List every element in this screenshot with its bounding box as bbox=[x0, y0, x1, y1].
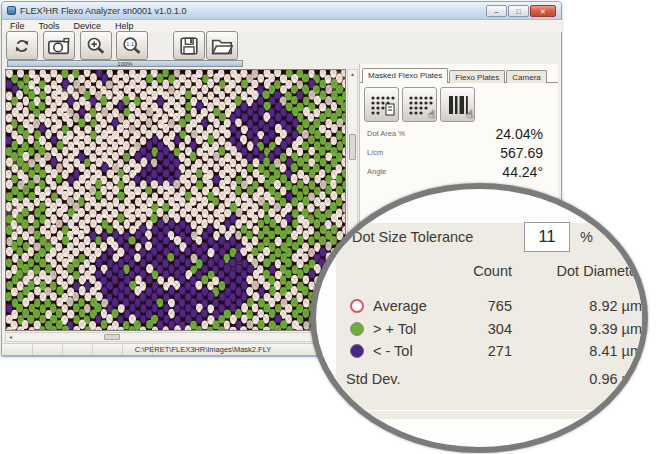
zoom-in-button[interactable] bbox=[80, 31, 112, 60]
measurement-row-lcm: L/cm 567.69 bbox=[360, 143, 558, 162]
below-tolerance-dot-icon bbox=[350, 344, 364, 358]
above-tolerance-label: > + Tol bbox=[373, 321, 416, 337]
minimize-icon: – bbox=[495, 8, 499, 15]
below-tolerance-count: 271 bbox=[452, 343, 512, 359]
dot-grid-pick-button[interactable]: ☝ bbox=[402, 87, 437, 122]
diameter-column-header: Dot Diameter bbox=[532, 263, 642, 279]
callout-divider bbox=[364, 410, 640, 411]
angle-label: Angle bbox=[367, 167, 386, 176]
scroll-up-icon[interactable]: ▲ bbox=[348, 70, 357, 78]
magnifier-callout: Dot Size Tolerance % Count Dot Diameter … bbox=[310, 183, 648, 453]
tolerance-input[interactable] bbox=[524, 222, 570, 252]
open-button[interactable] bbox=[206, 31, 238, 60]
measurement-row-dot-area: Dot Area % 24.04% bbox=[360, 124, 558, 143]
tab-camera[interactable]: Camera bbox=[506, 70, 546, 83]
dot-area-value: 24.04% bbox=[496, 126, 543, 142]
progress-label: 100% bbox=[8, 61, 242, 66]
horizontal-scrollbar[interactable]: ◄ ► bbox=[5, 332, 358, 342]
average-dot-icon bbox=[350, 299, 364, 313]
camera-button[interactable] bbox=[43, 31, 75, 60]
caption-buttons: – □ ✕ bbox=[486, 5, 556, 17]
refresh-button[interactable] bbox=[6, 31, 38, 60]
save-icon bbox=[178, 35, 200, 57]
lcm-label: L/cm bbox=[367, 148, 383, 157]
measurement-list: Dot Area % 24.04% L/cm 567.69 Angle 44.2… bbox=[360, 124, 558, 181]
dot-area-label: Dot Area % bbox=[367, 129, 405, 138]
tolerance-unit: % bbox=[580, 229, 593, 245]
save-button[interactable] bbox=[173, 31, 205, 60]
window-title: FLEX³HR Flexo Analyzer sn0001 v1.0.1.0 bbox=[20, 6, 187, 16]
one-to-one-icon: 1:1 bbox=[121, 35, 143, 57]
above-tolerance-diameter: 9.39 µm bbox=[532, 321, 642, 337]
below-tolerance-label: < - Tol bbox=[373, 343, 413, 359]
svg-text:1:1: 1:1 bbox=[126, 41, 134, 47]
screenshot-stage: FLEX³HR Flexo Analyzer sn0001 v1.0.1.0 –… bbox=[0, 0, 664, 454]
dot-grid-report-icon bbox=[369, 93, 395, 117]
tab-masked-flexo-plates[interactable]: Masked Flexo Plates bbox=[362, 68, 448, 83]
app-icon bbox=[7, 6, 16, 15]
dot-grid-report-button[interactable] bbox=[364, 87, 399, 122]
maximize-button[interactable]: □ bbox=[508, 5, 529, 17]
open-folder-icon bbox=[210, 35, 234, 57]
average-count: 765 bbox=[452, 298, 512, 314]
above-tolerance-count: 304 bbox=[452, 321, 512, 337]
progress-bar: 100% bbox=[7, 60, 243, 67]
maximize-icon: □ bbox=[516, 8, 520, 15]
hand-cursor-icon: ☝ bbox=[466, 108, 473, 121]
vertical-scroll-thumb[interactable] bbox=[349, 134, 356, 160]
title-bar: FLEX³HR Flexo Analyzer sn0001 v1.0.1.0 –… bbox=[2, 2, 561, 20]
above-tolerance-dot-icon bbox=[350, 322, 364, 336]
measurement-row-angle: Angle 44.24° bbox=[360, 162, 558, 181]
std-dev-label: Std Dev. bbox=[346, 371, 401, 387]
zoom-in-icon bbox=[85, 35, 107, 57]
hand-cursor-icon: ☝ bbox=[428, 108, 435, 121]
status-cell bbox=[33, 344, 63, 355]
scroll-left-icon[interactable]: ◄ bbox=[6, 333, 15, 341]
angle-value: 44.24° bbox=[502, 164, 543, 180]
plate-image-view[interactable] bbox=[5, 69, 346, 331]
refresh-icon bbox=[11, 35, 33, 57]
tab-flexo-plates[interactable]: Flexo Plates bbox=[449, 70, 505, 83]
horizontal-scroll-thumb[interactable] bbox=[104, 334, 120, 340]
close-button[interactable]: ✕ bbox=[530, 5, 556, 17]
file-path: C:\PERET\FLEX3HR\Images\Mask2.FLY bbox=[73, 345, 333, 354]
std-dev-value: 0.96 µm bbox=[532, 371, 642, 387]
below-tolerance-diameter: 8.41 µm bbox=[532, 343, 642, 359]
average-label: Average bbox=[373, 298, 427, 314]
tolerance-label: Dot Size Tolerance bbox=[352, 229, 473, 245]
line-screen-pick-button[interactable]: ☝ bbox=[440, 87, 475, 122]
minimize-button[interactable]: – bbox=[486, 5, 507, 17]
camera-icon bbox=[47, 35, 71, 57]
zoom-one-to-one-button[interactable]: 1:1 bbox=[116, 31, 148, 60]
lcm-value: 567.69 bbox=[500, 145, 543, 161]
halftone-image bbox=[6, 70, 346, 331]
close-icon: ✕ bbox=[540, 8, 546, 15]
status-cell bbox=[3, 344, 33, 355]
tab-strip: Masked Flexo Plates Flexo Plates Camera bbox=[362, 67, 548, 83]
count-column-header: Count bbox=[452, 263, 512, 279]
average-diameter: 8.92 µm bbox=[532, 298, 642, 314]
